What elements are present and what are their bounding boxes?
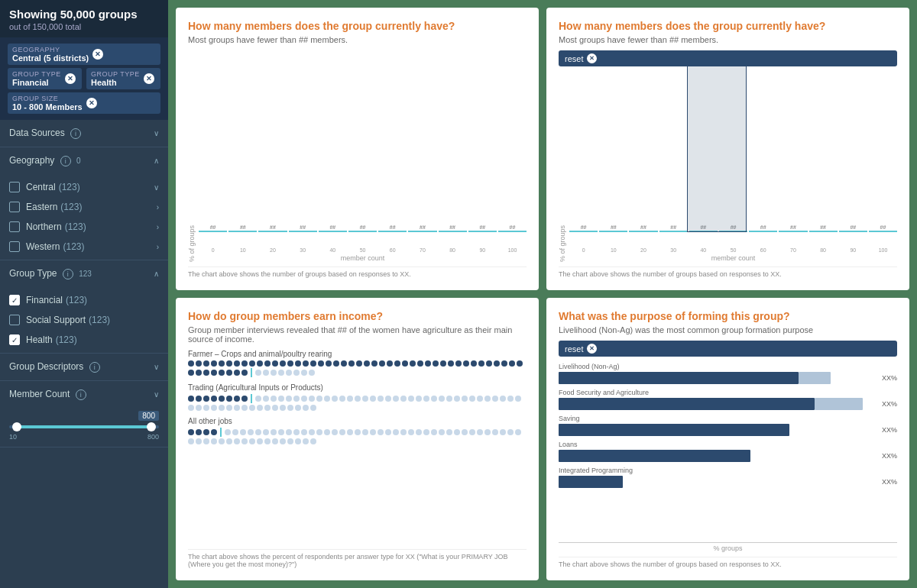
slider-thumb-right[interactable]: [147, 422, 156, 431]
waffle-divider-2: [220, 428, 222, 437]
dot-dark-0-22: [356, 360, 362, 367]
groupdesc-info-icon[interactable]: i: [89, 362, 100, 373]
dot-light-2-54: [303, 438, 309, 444]
bar-top-label-10: ##: [510, 225, 516, 230]
sidebar-item-northern[interactable]: Northern(123)›: [0, 217, 168, 237]
dot-light-2-5: [263, 429, 269, 435]
section-datasources: Data Sources i ∨: [0, 120, 168, 147]
geography-info-icon[interactable]: i: [60, 156, 71, 166]
dot-light-1-20: [408, 396, 414, 402]
x-label-5: 50: [348, 247, 377, 253]
reset-button-br[interactable]: reset ✕: [559, 341, 897, 357]
geo-tag-close[interactable]: ✕: [92, 49, 103, 60]
x-label-6: 60: [378, 247, 407, 253]
bar-accent-8: [809, 231, 838, 232]
card-tr-chart: % of groups ###################### 01020…: [559, 73, 897, 262]
sidebar-item-central[interactable]: Central(123)∨: [0, 177, 168, 197]
hbar-wrap-3: XX%: [559, 450, 897, 462]
x-label-1: 10: [228, 247, 257, 253]
dot-light-2-7: [278, 429, 284, 435]
dot-dark-0-2: [203, 360, 209, 367]
dot-dark-0-48: [219, 370, 225, 376]
bar-accent-0: [569, 231, 598, 232]
filter-tag-grouptype2[interactable]: GROUP TYPE Health ✕: [86, 68, 160, 89]
dot-dark-2-3: [211, 429, 217, 435]
section-membercount-header[interactable]: Member Count i ∨: [0, 381, 168, 408]
checkbox-northern[interactable]: [9, 221, 20, 232]
dot-light-1-15: [370, 396, 376, 402]
reset-btn-close-icon: ✕: [587, 53, 597, 63]
checkbox-gt-financial[interactable]: ✓: [9, 295, 20, 305]
x-label-9: 90: [468, 247, 497, 253]
dot-light-2-23: [400, 429, 407, 435]
dot-dark-0-5: [226, 360, 232, 367]
dot-light-2-6: [271, 429, 277, 435]
gt1-tag-close[interactable]: ✕: [65, 73, 76, 84]
member-count-slider-area: 800 10 800: [0, 408, 168, 447]
sidebar-item-gt-health[interactable]: ✓Health(123): [0, 330, 168, 350]
card-tr-chart-inner: ###################### 01020304050607080…: [569, 73, 897, 262]
slider-thumb-left[interactable]: [12, 422, 21, 431]
filter-tag-groupsize[interactable]: GROUP SIZE 10 - 800 Members ✕: [8, 92, 160, 114]
x-label-6: 60: [749, 247, 777, 253]
section-groupdesc-header[interactable]: Group Descriptors i ∨: [0, 354, 168, 380]
dot-light-2-10: [301, 429, 307, 435]
card-tr-yaxis: % of groups: [559, 225, 566, 262]
dot-dark-0-23: [364, 360, 370, 367]
waffle-divider-0: [251, 368, 252, 377]
grouptype-info-icon[interactable]: i: [63, 269, 73, 279]
card-br-title: What was the purpose of forming this gro…: [559, 310, 897, 322]
gs-tag-close[interactable]: ✕: [86, 98, 97, 108]
x-label-7: 70: [779, 247, 807, 253]
dot-dark-0-33: [440, 360, 446, 367]
section-datasources-header[interactable]: Data Sources i ∨: [0, 120, 168, 147]
card-bl-subtitle: Group member interviews revealed that ##…: [188, 325, 527, 344]
dot-light-2-2: [240, 429, 246, 435]
gs-tag-label: GROUP SIZE: [12, 95, 83, 102]
sidebar-item-western[interactable]: Western(123)›: [0, 237, 168, 257]
region-chevron-eastern: ›: [157, 203, 159, 212]
checkbox-eastern[interactable]: [9, 202, 20, 212]
bar-accent-10: [869, 231, 897, 232]
dot-dark-0-35: [455, 360, 462, 367]
hbar-dark-2: [559, 424, 789, 436]
dot-dark-0-42: [509, 360, 515, 367]
waffle-section-1: Trading (Agricultural Inputs or Products…: [188, 383, 527, 411]
bar-group-0: ##: [569, 225, 598, 232]
dot-light-1-46: [272, 405, 278, 411]
reset-button-tr[interactable]: reset ✕: [559, 50, 897, 66]
gs-tag-value: 10 - 800 Members: [12, 102, 83, 111]
sidebar-item-eastern[interactable]: Eastern(123)›: [0, 197, 168, 217]
dot-light-1-51: [310, 405, 316, 411]
section-geography-header[interactable]: Geography i 0 ∧: [0, 147, 168, 174]
dot-dark-2-0: [188, 429, 194, 435]
checkbox-central[interactable]: [9, 182, 20, 192]
sidebar-item-gt-financial[interactable]: ✓Financial(123): [0, 290, 168, 310]
dot-dark-0-45: [196, 370, 202, 376]
x-label-0: 0: [199, 247, 227, 253]
dot-light-1-6: [301, 396, 307, 402]
dot-light-2-4: [255, 429, 261, 435]
checkbox-gt-health[interactable]: ✓: [9, 334, 20, 345]
hbar-pct-4: XX%: [882, 478, 897, 486]
dot-dark-0-18: [326, 360, 332, 367]
filter-tag-grouptype1[interactable]: GROUP TYPE Financial ✕: [8, 68, 82, 89]
bar-group-10: ##: [498, 225, 527, 232]
dot-light-0-1: [263, 370, 269, 376]
dot-light-1-9: [324, 396, 330, 402]
hbar-wrap-0: XX%: [559, 372, 897, 384]
sidebar-item-gt-social-support[interactable]: Social Support(123): [0, 310, 168, 330]
dot-dark-0-34: [448, 360, 454, 367]
gt2-tag-close[interactable]: ✕: [144, 73, 154, 84]
filter-tag-geography[interactable]: GEOGRAPHY Central (5 districts) ✕: [8, 44, 160, 65]
datasources-info-icon[interactable]: i: [70, 128, 81, 139]
membercount-info-icon[interactable]: i: [76, 389, 86, 400]
checkbox-gt-social-support[interactable]: [9, 315, 20, 325]
bar-group-10: ##: [869, 225, 897, 232]
bar-top-label-8: ##: [820, 225, 826, 230]
bar-group-6: ##: [749, 225, 777, 232]
bar-accent-6: [749, 231, 777, 232]
checkbox-western[interactable]: [9, 241, 20, 252]
bar-top-label-7: ##: [790, 225, 796, 230]
section-grouptype-header[interactable]: Group Type i 123 ∧: [0, 260, 168, 287]
